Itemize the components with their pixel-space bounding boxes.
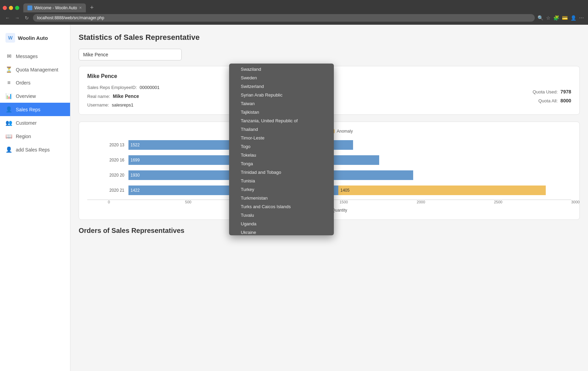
chart-bars-container: 1699 [128,155,571,165]
bar-normal: 1699 [128,155,379,165]
legend-anomaly-label: Anomaly [337,129,353,134]
orders-icon: ≡ [5,80,12,86]
bar-anomaly: 1405 [338,186,546,195]
sidebar-label-addsalesreps: add Sales Reps [16,147,50,153]
realname-label: Real name: [87,94,110,99]
x-axis-label: Quantity [87,208,571,213]
x-tick: 2500 [494,200,502,204]
address-bar: ← → ↻ 🔍 ☆ 🧩 💳 👤 ⋯ [0,13,588,23]
chart-row: 2020 161699 [108,154,571,166]
sidebar-item-overview[interactable]: 📊 Overview [0,89,70,103]
rep-select-wrapper: Mike Pence [79,49,580,60]
realname-row: Real name: Mike Pence [87,93,243,99]
x-tick: 500 [185,200,191,204]
sidebar-label-overview: Overview [16,93,36,99]
quota-all-value: 8000 [561,98,571,103]
close-window-button[interactable] [3,6,7,10]
sidebar-logo: W Woolin Auto [0,30,70,49]
page-title: Statistics of Sales Representative [79,33,580,42]
chart-year-label: 2020 13 [108,143,127,147]
quota-all-row: Quota All: 8000 [538,98,571,103]
chart-bars-container: 14221405 [128,186,571,195]
region-row: Region: [251,102,407,107]
minimize-window-button[interactable] [9,6,13,10]
main-content: Statistics of Sales Representative Mike … [70,25,588,371]
x-tick: 1000 [262,200,271,204]
chart-area: 2020 1315222020 1616992020 2019302020 21… [87,139,571,196]
tab-bar: Welcome - Woolin Auto ✕ + [0,0,588,13]
sidebar-item-quota[interactable]: ⏳ Quota Management [0,63,70,76]
chart-row: 2020 2114221405 [108,184,571,196]
tab-title: Welcome - Woolin Auto [34,5,77,10]
x-tick: 2000 [417,200,425,204]
telephone-row: Telephone: [251,85,407,90]
username-row: Username: salesreps1 [87,102,243,108]
active-tab[interactable]: Welcome - Woolin Auto ✕ [23,3,86,12]
x-tick: 0 [108,200,110,204]
username-label: Username: [87,102,109,108]
rep-selector: Mike Pence [79,49,580,60]
bookmark-icon[interactable]: ☆ [546,15,551,21]
orders-section-title: Orders of Sales Representatives [79,227,580,235]
sidebar-item-customer[interactable]: 👥 Customer [0,116,70,130]
window-controls [3,6,19,10]
logo-text: Woolin Auto [18,35,48,41]
rep-info-name: Mike Pence [87,73,571,79]
forward-button[interactable]: → [14,15,21,21]
legend-normal-dot [306,129,310,133]
bar-normal: 1522 [128,140,353,150]
legend-anomaly: Anomaly [330,129,353,134]
realname-value: Mike Pence [113,93,139,99]
maximize-window-button[interactable] [15,6,19,10]
app-container: W Woolin Auto ✉ Messages ⏳ Quota Managem… [0,25,588,371]
sidebar-item-messages[interactable]: ✉ Messages [0,49,70,63]
tab-favicon [27,5,32,10]
menu-icon[interactable]: ⋯ [579,15,584,21]
rep-select-dropdown[interactable]: Mike Pence [79,49,182,60]
x-tick: 1500 [340,200,348,204]
sidebar-item-salesreps[interactable]: 👤 Sales Reps [0,103,70,116]
sidebar-item-orders[interactable]: ≡ Orders [0,76,70,89]
new-tab-button[interactable]: + [87,3,97,13]
quota-icon: ⏳ [5,66,12,73]
bar-normal: 1930 [128,170,413,180]
chart-year-label: 2020 20 [108,173,127,178]
sidebar-label-salesreps: Sales Reps [16,107,41,112]
messages-icon: ✉ [5,53,12,59]
employee-id-label: Sales Reps EmployeeID: [87,85,137,90]
sidebar-label-orders: Orders [16,80,31,86]
quota-used-label: Quota Used: [533,89,558,94]
telephone-label: Telephone: [251,85,273,90]
quota-used-value: 7978 [561,89,571,94]
reload-button[interactable]: ↻ [23,15,30,21]
extensions-icon[interactable]: 🧩 [553,15,559,21]
tab-close-button[interactable]: ✕ [79,6,82,10]
bar-normal: 1422 [128,186,338,195]
sidebar-label-region: Region [16,134,31,139]
overview-icon: 📊 [5,93,12,99]
sidebar: W Woolin Auto ✉ Messages ⏳ Quota Managem… [0,25,70,371]
sidebar-label-customer: Customer [16,120,37,126]
email-row: Email: [251,93,407,99]
addsalesreps-icon: 👤 [5,146,12,153]
chart-card: Normal Anomaly 2020 1315222020 161699202… [79,122,580,220]
chart-row: 2020 131522 [108,139,571,151]
sidebar-label-messages: Messages [16,54,38,59]
region-label: Region: [251,102,267,107]
username-value: salesreps1 [112,102,134,108]
profile-icon[interactable]: 👤 [570,15,576,21]
sidebar-label-quota: Quota Management [16,67,58,72]
employee-id-row: Sales Reps EmployeeID: 00000001 [87,85,243,90]
sidebar-item-addsalesreps[interactable]: 👤 add Sales Reps [0,143,70,156]
back-button[interactable]: ← [4,15,11,21]
sidebar-item-region[interactable]: 📖 Region [0,130,70,143]
x-axis: 050010001500200025003000 [87,200,571,206]
zoom-icon[interactable]: 🔍 [538,15,543,21]
quota-used-row: Quota Used: 7978 [533,89,571,94]
wallet-icon[interactable]: 💳 [562,15,568,21]
chart-year-label: 2020 16 [108,158,127,162]
legend-normal: Normal [306,129,325,134]
legend-normal-label: Normal [312,129,325,134]
chart-row: 2020 201930 [108,169,571,181]
url-input[interactable] [33,14,535,22]
